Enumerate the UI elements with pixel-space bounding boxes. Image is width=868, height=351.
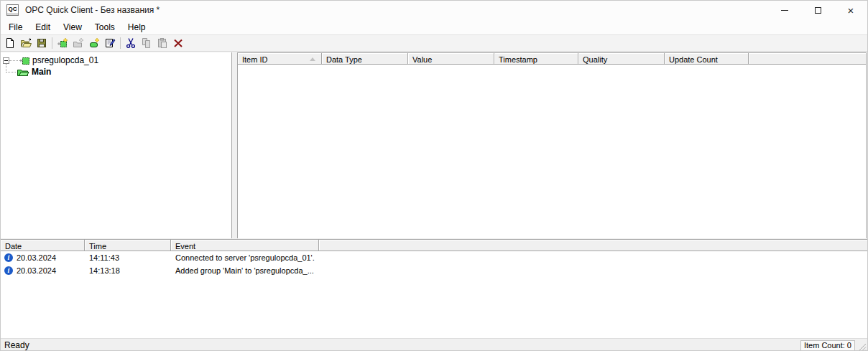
column-header-time[interactable]: Time <box>85 240 171 251</box>
item-table-header: Item ID Data Type Value Timestamp Qualit… <box>238 52 866 65</box>
event-date: 20.03.2024 <box>17 253 56 262</box>
item-table-body[interactable] <box>238 65 866 237</box>
server-connection-icon <box>19 55 30 66</box>
server-node-label[interactable]: psregulopcda_01 <box>32 55 98 65</box>
close-button[interactable]: × <box>834 1 867 19</box>
info-icon: i <box>4 266 13 275</box>
menu-tools[interactable]: Tools <box>88 21 121 34</box>
column-header-value[interactable]: Value <box>408 53 494 64</box>
column-header-filler <box>319 240 867 251</box>
event-time: 14:13:18 <box>85 266 171 275</box>
collapse-icon[interactable] <box>3 57 9 64</box>
event-date: 20.03.2024 <box>17 266 56 275</box>
new-server-connection-button[interactable] <box>55 36 70 50</box>
column-header-update-count[interactable]: Update Count <box>665 53 749 64</box>
copy-icon <box>141 37 152 49</box>
minimize-icon <box>781 10 788 11</box>
server-tree-panel: psregulopcda_01 Main <box>1 52 232 238</box>
resize-grip[interactable] <box>857 342 867 351</box>
tree-item-group[interactable]: Main <box>1 66 231 78</box>
event-log-row[interactable]: i 20.03.2024 14:13:18 Added group 'Main'… <box>1 264 867 277</box>
new-file-button[interactable] <box>2 36 18 50</box>
toolbar <box>1 34 867 52</box>
delete-icon <box>172 37 184 49</box>
menu-edit[interactable]: Edit <box>29 21 57 34</box>
tree-connector <box>9 60 18 61</box>
event-log-row[interactable]: i 20.03.2024 14:11:43 Connected to serve… <box>1 251 867 264</box>
column-header-filler <box>749 53 866 64</box>
sort-ascending-icon <box>310 57 315 61</box>
menu-bar: File Edit View Tools Help <box>1 19 867 34</box>
menu-help[interactable]: Help <box>121 21 152 34</box>
app-icon: QC <box>6 4 19 16</box>
paste-button[interactable] <box>154 36 170 50</box>
app-icon-text: QC <box>9 6 17 12</box>
minimize-button[interactable] <box>768 1 801 19</box>
item-list-panel: Item ID Data Type Value Timestamp Qualit… <box>237 52 867 238</box>
item-count-panel: Item Count: 0 <box>800 340 855 351</box>
cut-icon <box>125 37 137 49</box>
paste-icon <box>157 37 168 49</box>
close-icon: × <box>848 5 854 16</box>
maximize-icon <box>815 7 821 14</box>
delete-button[interactable] <box>170 36 186 50</box>
status-message: Ready <box>4 340 29 350</box>
new-server-connection-icon <box>57 37 69 49</box>
copy-button[interactable] <box>139 36 154 50</box>
cut-button[interactable] <box>123 36 139 50</box>
save-file-button[interactable] <box>34 36 50 50</box>
properties-icon <box>104 37 116 49</box>
toolbar-separator <box>52 37 52 49</box>
properties-button[interactable] <box>102 36 118 50</box>
open-file-icon <box>20 37 32 49</box>
column-header-date[interactable]: Date <box>1 240 85 251</box>
menu-view[interactable]: View <box>57 21 88 34</box>
event-text: Connected to server 'psregulopcda_01'. <box>171 253 530 262</box>
column-header-data-type[interactable]: Data Type <box>322 53 408 64</box>
new-group-icon <box>73 37 85 49</box>
group-node-label[interactable]: Main <box>32 67 51 77</box>
info-icon: i <box>4 253 13 262</box>
window-controls: × <box>768 1 867 19</box>
menu-file[interactable]: File <box>2 21 29 34</box>
save-file-icon <box>36 37 47 49</box>
tree-item-server[interactable]: psregulopcda_01 <box>1 55 231 66</box>
column-header-event[interactable]: Event <box>171 240 319 251</box>
maximize-button[interactable] <box>801 1 834 19</box>
new-item-button[interactable] <box>86 36 102 50</box>
new-item-icon <box>88 37 101 49</box>
event-time: 14:11:43 <box>85 253 171 262</box>
window-title: OPC Quick Client - Без названия * <box>25 5 160 15</box>
column-header-quality[interactable]: Quality <box>578 53 665 64</box>
event-text: Added group 'Main' to 'psregulopcda_... <box>171 266 530 275</box>
group-folder-icon <box>17 67 29 77</box>
new-group-button[interactable] <box>70 36 86 50</box>
event-log-header: Date Time Event <box>1 239 867 251</box>
opc-quick-client-window: QC OPC Quick Client - Без названия * × F… <box>0 0 868 351</box>
new-file-icon <box>4 37 16 49</box>
event-log-panel: Date Time Event i 20.03.2024 14:11:43 Co… <box>1 239 867 338</box>
status-bar: Ready Item Count: 0 <box>1 338 867 351</box>
open-file-button[interactable] <box>18 36 34 50</box>
column-header-item-id[interactable]: Item ID <box>238 53 322 64</box>
tree-connector <box>6 64 16 72</box>
column-header-timestamp[interactable]: Timestamp <box>494 53 578 64</box>
title-bar: QC OPC Quick Client - Без названия * × <box>1 1 867 19</box>
toolbar-separator <box>120 37 121 49</box>
